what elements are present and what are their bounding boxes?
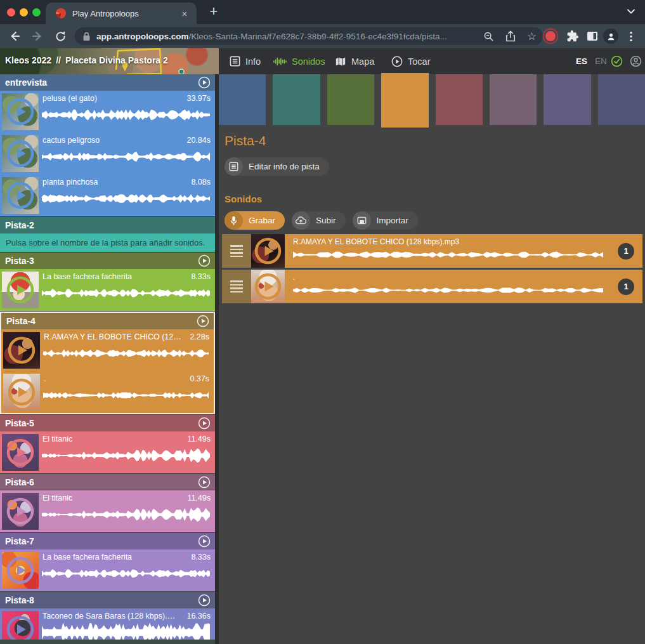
sound-filename: R.AMAYA Y EL BOBOTE CHICO (128 kbps).mp3 — [293, 237, 459, 246]
clip-row[interactable]: El titanic11.49s — [0, 490, 215, 532]
sound-row[interactable]: .1 — [222, 270, 642, 303]
new-tab-button[interactable]: + — [204, 3, 223, 22]
clip-play-icon[interactable] — [6, 556, 34, 584]
nav-item-mapa[interactable]: Mapa — [335, 48, 374, 74]
share-icon[interactable] — [505, 30, 516, 42]
clip-waveform — [42, 563, 210, 584]
upload-button[interactable]: Subir — [292, 211, 346, 230]
track-header[interactable]: Pista-6 — [0, 474, 215, 490]
track-play-icon[interactable] — [198, 594, 211, 607]
track-header[interactable]: Pista-4 — [1, 313, 214, 329]
clip-play-icon[interactable] — [254, 273, 282, 300]
track-color-tab-8[interactable] — [598, 74, 645, 125]
track-play-icon[interactable] — [198, 254, 211, 267]
side-panel-icon[interactable] — [586, 30, 599, 45]
traffic-close-button[interactable] — [7, 8, 15, 16]
track-play-icon[interactable] — [198, 417, 211, 430]
clip-play-icon[interactable] — [6, 276, 34, 304]
clip-name: El titanic — [42, 435, 72, 444]
back-button[interactable] — [6, 28, 23, 44]
track-color-tab-7[interactable] — [544, 74, 590, 125]
drag-handle-icon[interactable] — [222, 270, 251, 303]
track-header[interactable]: Pista-7 — [0, 533, 215, 549]
status-check-icon[interactable] — [611, 55, 623, 70]
drag-handle-icon[interactable] — [222, 234, 251, 268]
track-color-tab-2[interactable] — [273, 74, 320, 125]
nav-item-tocar[interactable]: Tocar — [391, 48, 430, 74]
address-bar[interactable]: app.antropoloops.com/Kleos-Santa-Marina/… — [75, 27, 543, 45]
tab-search-chevron-icon[interactable] — [626, 6, 636, 19]
import-button[interactable]: Importar — [353, 211, 418, 230]
clip-row[interactable]: R.AMAYA Y EL BOBOTE CHICO (128 kbps)....… — [1, 329, 214, 371]
sound-thumbnail[interactable] — [251, 270, 285, 303]
traffic-zoom-button[interactable] — [32, 8, 41, 16]
sound-count-badge: 1 — [618, 279, 634, 295]
clip-row[interactable]: El titanic11.49s — [0, 431, 215, 473]
clip-play-icon[interactable] — [254, 237, 282, 265]
forward-button[interactable] — [29, 28, 46, 44]
clip-row[interactable]: La base fachera facherita8.33s — [0, 269, 215, 311]
track-name: Pista-3 — [5, 256, 34, 266]
track-color-tab-1[interactable] — [219, 74, 266, 125]
clip-play-icon[interactable] — [6, 497, 34, 525]
clip-thumbnail[interactable] — [3, 374, 40, 411]
sound-body: .1 — [285, 270, 642, 303]
browser-profile-avatar[interactable] — [603, 29, 618, 44]
clip-thumbnail[interactable] — [2, 493, 39, 530]
track-header[interactable]: Pista-5 — [0, 415, 215, 431]
tracks-sidebar: entrevistapelusa (el gato)33.97scactus p… — [0, 74, 215, 644]
clip-row[interactable]: Taconeo de Sara Baras (128 kbps).mp316.3… — [0, 608, 215, 644]
sound-thumbnail[interactable] — [251, 234, 285, 268]
browser-tab[interactable]: Play Antropoloops × — [46, 3, 197, 24]
clip-thumbnail[interactable] — [2, 177, 39, 214]
track-color-tab-4[interactable] — [381, 73, 428, 128]
track-play-icon[interactable] — [198, 76, 211, 89]
sound-row[interactable]: R.AMAYA Y EL BOBOTE CHICO (128 kbps).mp3… — [222, 234, 642, 268]
clip-thumbnail[interactable] — [2, 135, 39, 172]
recording-indicator-icon[interactable] — [545, 31, 556, 41]
clip-thumbnail[interactable] — [2, 552, 39, 589]
track-header[interactable]: entrevista — [0, 74, 215, 91]
track-play-icon[interactable] — [198, 535, 211, 548]
project-banner[interactable]: Kleos 2022//Placeta Divina Pastora 2 — [0, 48, 219, 74]
clip-thumbnail[interactable] — [2, 93, 39, 130]
clip-name: Taconeo de Sara Baras (128 kbps).mp3 — [42, 612, 181, 621]
clip-thumbnail[interactable] — [2, 272, 39, 308]
track-play-icon[interactable] — [198, 476, 211, 489]
clip-row[interactable]: cactus peligroso20.84s — [0, 133, 215, 174]
nav-item-sonidos[interactable]: Sonidos — [273, 48, 325, 74]
clip-play-icon[interactable] — [6, 98, 34, 126]
account-icon[interactable] — [630, 55, 642, 70]
nav-item-info[interactable]: Info — [230, 48, 261, 74]
bookmark-star-icon[interactable]: ☆ — [527, 31, 537, 42]
clip-row[interactable]: pelusa (el gato)33.97s — [0, 91, 215, 133]
track-header[interactable]: Pista-2 — [0, 217, 215, 233]
language-es[interactable]: ES — [576, 48, 587, 74]
track-play-icon[interactable] — [197, 315, 209, 327]
clip-thumbnail[interactable] — [3, 332, 40, 369]
tab-close-icon[interactable]: × — [179, 8, 190, 19]
edit-track-info-button[interactable]: Editar info de pista — [225, 157, 329, 176]
clip-row[interactable]: La base fachera facherita8.33s — [0, 549, 215, 591]
track-color-tab-3[interactable] — [327, 74, 374, 125]
clip-play-icon[interactable] — [8, 378, 36, 406]
clip-play-icon[interactable] — [6, 181, 34, 209]
track-header[interactable]: Pista-3 — [0, 253, 215, 269]
zoom-icon[interactable] — [483, 31, 494, 42]
clip-play-icon[interactable] — [6, 140, 34, 168]
clip-row[interactable]: planta pinchosa8.08s — [0, 174, 215, 216]
clip-row[interactable]: .0.37s — [1, 371, 214, 413]
reload-button[interactable] — [52, 28, 68, 44]
track-header[interactable]: Pista-8 — [0, 592, 215, 608]
clip-play-icon[interactable] — [8, 336, 36, 364]
track-color-tab-5[interactable] — [436, 74, 483, 125]
traffic-minimize-button[interactable] — [20, 8, 28, 16]
language-en[interactable]: EN — [595, 48, 607, 74]
browser-menu-kebab-icon[interactable] — [630, 30, 632, 43]
track-color-tab-6[interactable] — [490, 74, 537, 125]
extensions-puzzle-icon[interactable] — [566, 30, 579, 45]
clip-play-icon[interactable] — [6, 438, 34, 466]
clip-thumbnail[interactable] — [2, 434, 39, 471]
track-name: Pista-5 — [5, 418, 34, 428]
record-button[interactable]: Grabar — [225, 211, 285, 230]
